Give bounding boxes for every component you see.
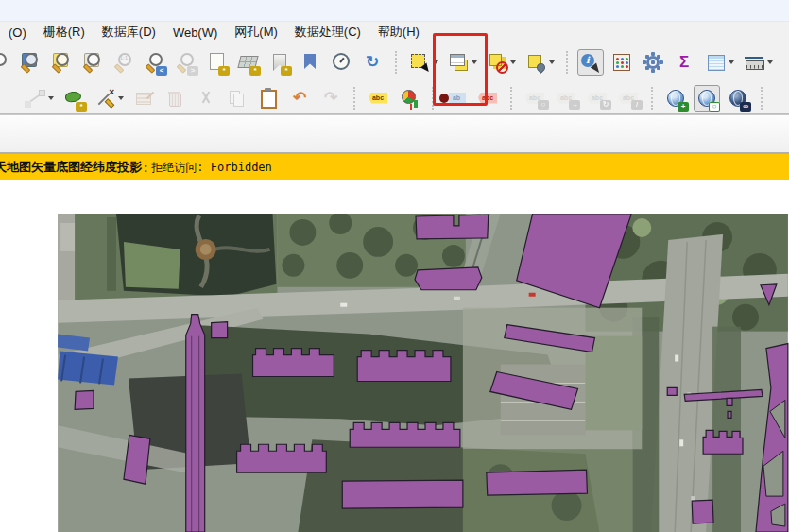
add-basemap-button[interactable]: + — [662, 85, 689, 112]
modify-attributes-button[interactable] — [130, 85, 157, 112]
menu-item-2[interactable]: 栅格(R) — [35, 24, 94, 41]
paste-features-icon — [257, 87, 280, 110]
select-by-location-dropdown[interactable] — [549, 60, 555, 64]
select-features-by-value-icon — [447, 51, 470, 74]
move-label-button[interactable]: abc→ — [553, 85, 579, 112]
menu-item-1[interactable]: (O) — [0, 26, 35, 40]
zoom-full-button[interactable] — [16, 49, 43, 76]
vertex-tool-icon: × — [94, 87, 116, 110]
menu-item-5[interactable]: 网孔(M) — [226, 24, 286, 41]
select-features-by-value-button[interactable] — [445, 49, 479, 76]
new-map-view-button[interactable]: * — [203, 49, 230, 76]
zoom-next-button[interactable]: > — [172, 49, 198, 76]
new-3d-map-view-icon: * — [236, 51, 259, 74]
select-by-location-button[interactable] — [523, 49, 557, 76]
statistical-summary-button[interactable]: Σ — [671, 49, 697, 76]
zoom-to-layer-button[interactable] — [47, 49, 74, 76]
building-footprint — [728, 411, 731, 418]
undo-icon: ↶ — [288, 87, 311, 110]
identify-features-icon: i — [579, 51, 602, 74]
vertex-tool-dropdown[interactable] — [118, 96, 124, 100]
identify-features-button[interactable]: i — [577, 49, 604, 76]
empty-toolbar-band — [0, 114, 789, 154]
undo-button[interactable]: ↶ — [286, 85, 313, 112]
cut-features-button[interactable] — [193, 85, 219, 112]
rotate-label-icon: abc↻ — [586, 87, 609, 110]
zoom-native-resolution-button[interactable]: 1:1 — [110, 49, 136, 76]
building-footprint — [357, 351, 451, 382]
spatial-bookmark-manager-button[interactable]: * — [266, 49, 292, 76]
menu-item-3[interactable]: 数据库(D) — [94, 24, 164, 41]
zoom-to-selection-button[interactable] — [78, 49, 105, 76]
annotation-dot — [439, 94, 449, 103]
new-map-view-icon: * — [205, 51, 228, 74]
show-hide-labels-button[interactable]: abc○ — [522, 85, 548, 112]
paste-features-button[interactable] — [255, 85, 282, 112]
measure-dropdown[interactable] — [767, 60, 773, 64]
toolbar-separator — [566, 51, 568, 74]
layer-labeling-options-button[interactable]: abc — [365, 85, 391, 112]
copy-features-button[interactable] — [224, 85, 250, 112]
rotate-label-button[interactable]: abc↻ — [584, 85, 610, 112]
menu-bar: (O)栅格(R)数据库(D)Web(W)网孔(M)数据处理(C)帮助(H) — [0, 22, 789, 43]
delete-selected-icon — [163, 87, 186, 110]
toolbar-separator — [651, 87, 653, 110]
processing-toolbox-button[interactable] — [640, 49, 666, 76]
refresh-map-icon: ↻ — [361, 51, 384, 74]
building-footprint — [186, 315, 205, 532]
show-spatial-bookmarks-button[interactable] — [297, 49, 323, 76]
building-footprint — [212, 322, 228, 338]
refresh-map-button[interactable]: ↻ — [359, 49, 386, 76]
building-footprint — [487, 470, 588, 495]
clipped-edit-icon — [0, 87, 15, 110]
layer-diagram-options-button[interactable] — [396, 85, 422, 112]
toolbar-separator — [761, 87, 763, 110]
select-by-location-icon — [524, 51, 547, 74]
select-features-button[interactable] — [406, 49, 440, 76]
clipped-edit-button[interactable] — [0, 85, 17, 112]
toolbar-separator — [510, 87, 512, 110]
temporal-controller-button[interactable] — [328, 49, 354, 76]
delete-selected-button[interactable] — [162, 85, 188, 112]
zoom-last-button[interactable]: < — [141, 49, 167, 76]
highlight-pinned-labels-button[interactable]: abc — [474, 85, 501, 112]
move-feature-icon: * — [62, 87, 85, 110]
move-label-icon: abc→ — [555, 87, 577, 110]
qgis-window: (O)栅格(R)数据库(D)Web(W)网孔(M)数据处理(C)帮助(H) 1:… — [0, 0, 789, 532]
deselect-features-button[interactable] — [484, 49, 518, 76]
select-features-by-value-dropdown[interactable] — [472, 60, 477, 64]
attribute-table-dropdown[interactable] — [729, 60, 734, 64]
menu-item-6[interactable]: 数据处理(C) — [286, 24, 369, 41]
change-label-button[interactable]: abc/ — [615, 85, 642, 112]
clipped-zoom-button[interactable] — [0, 49, 11, 76]
building-footprint — [237, 444, 327, 472]
layer-diagram-options-icon — [398, 87, 420, 110]
zoom-next-icon: > — [174, 51, 197, 74]
attribute-table-button[interactable] — [702, 49, 736, 76]
zoom-to-basemap-button[interactable]: ○ — [694, 85, 720, 112]
new-3d-map-view-button[interactable]: * — [234, 49, 261, 76]
menu-item-4[interactable]: Web(W) — [164, 26, 226, 40]
deselect-features-dropdown[interactable] — [510, 60, 516, 64]
zoom-last-icon: < — [143, 51, 165, 74]
digitize-segment-dropdown[interactable] — [48, 96, 54, 100]
show-spatial-bookmarks-icon — [299, 51, 321, 74]
select-features-dropdown[interactable] — [433, 60, 438, 64]
redo-icon: ↷ — [319, 87, 342, 110]
menu-item-7[interactable]: 帮助(H) — [369, 24, 428, 41]
map-svg — [57, 214, 789, 532]
vertex-tool-button[interactable]: × — [92, 85, 126, 112]
field-calculator-button[interactable] — [609, 49, 635, 76]
select-features-icon — [408, 51, 431, 74]
search-basemap-button[interactable]: ∞ — [725, 85, 751, 112]
toolbar-row-1: 1:1<>***↻iΣ — [0, 43, 789, 82]
message-bar-title: 天地图矢量底图经纬度投影 — [0, 159, 142, 176]
digitize-segment-button[interactable] — [22, 85, 56, 112]
measure-button[interactable] — [741, 49, 775, 76]
zoom-to-layer-icon — [49, 51, 72, 74]
map-canvas[interactable] — [57, 214, 789, 532]
redo-button[interactable]: ↷ — [317, 85, 344, 112]
toolbar-separator — [395, 51, 397, 74]
copy-features-icon — [226, 87, 249, 110]
move-feature-button[interactable]: * — [60, 85, 87, 112]
